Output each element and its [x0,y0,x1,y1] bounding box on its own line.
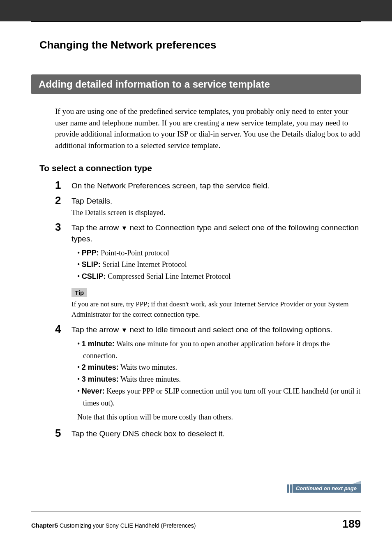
bullet-desc: Point-to-Point protocol [99,249,169,257]
footer-chapter: Chapter5 [31,522,58,529]
top-divider [31,21,361,22]
step-instruction: Tap the arrow ▼ next to Idle timeout and… [71,324,361,336]
list-item: 3 minutes: Waits three minutes. [77,373,361,385]
bullet-label: CSLIP: [82,272,106,280]
bullet-label: SLIP: [82,260,101,269]
footer: Chapter5 Customizing your Sony CLIE Hand… [31,512,361,531]
step-5: 5 Tap the Query DNS check box to deselec… [55,429,361,440]
step-3: 3 Tap the arrow ▼ next to Connection typ… [55,222,361,320]
page-number: 189 [342,518,361,531]
instruction-post: next to Idle timeout and select one of t… [127,325,332,334]
footer-subtitle: Customizing your Sony CLIE Handheld (Pre… [58,522,196,529]
continued-banner: Continued on next page [287,484,361,493]
banner-bars-icon [287,484,292,493]
list-item: PPP: Point-to-Point protocol [77,247,361,259]
step-1: 1 On the Network Preferences screen, tap… [55,181,361,192]
step-2: 2 Tap Details. The Details screen is dis… [55,196,361,219]
list-item: SLIP: Serial Line Internet Protocol [77,259,361,271]
bullet-desc: Keeps your PPP or SLIP connection until … [83,387,360,407]
header-bar [0,0,392,21]
step-instruction: On the Network Preferences screen, tap t… [71,181,361,192]
tip-label: Tip [71,288,87,297]
list-item: 1 minute: Waits one minute for you to op… [77,338,361,362]
bullet-desc: Waits two minutes. [119,363,177,371]
step-number: 3 [55,221,61,234]
bullet-label: PPP: [82,249,99,257]
step-number: 5 [55,427,61,440]
sub-heading: To select a connection type [31,163,361,173]
intro-paragraph: If you are using one of the predefined s… [31,106,361,151]
bullet-label: 3 minutes: [82,375,119,383]
footer-left: Chapter5 Customizing your Sony CLIE Hand… [31,522,196,529]
section-heading: Adding detailed information to a service… [31,74,361,94]
step-number: 1 [55,179,61,192]
step-note: Note that this option will be more costl… [77,412,361,423]
bullet-label: 1 minute: [82,340,115,348]
list-item: CSLIP: Compressed Serial Line Internet P… [77,271,361,283]
step-list: 1 On the Network Preferences screen, tap… [31,181,361,439]
instruction-pre: Tap the arrow [71,325,121,334]
step-detail: The Details screen is displayed. [71,207,361,218]
bullet-list: 1 minute: Waits one minute for you to op… [77,338,361,409]
step-instruction: Tap the Query DNS check box to deselect … [71,429,361,440]
bullet-label: Never: [82,387,105,395]
content: Changing the Network preferences Adding … [0,21,392,439]
banner-arrow-icon [352,481,361,484]
continued-label: Continued on next page [296,485,357,491]
step-instruction: Tap the arrow ▼ next to Connection type … [71,222,361,244]
step-number: 4 [55,323,61,336]
tip-text: If you are not sure, try PPP; if that do… [71,299,361,320]
arrow-down-icon: ▼ [121,225,127,232]
instruction-pre: Tap the arrow [71,223,121,232]
continued-text: Continued on next page [293,484,361,493]
list-item: 2 minutes: Waits two minutes. [77,361,361,373]
step-number: 2 [55,194,61,207]
bullet-desc: Compressed Serial Line Internet Protocol [106,272,231,280]
bullet-list: PPP: Point-to-Point protocol SLIP: Seria… [77,247,361,283]
step-4: 4 Tap the arrow ▼ next to Idle timeout a… [55,324,361,422]
bullet-desc: Serial Line Internet Protocol [101,260,187,269]
step-instruction: Tap Details. [71,196,361,207]
arrow-down-icon: ▼ [121,327,127,334]
bullet-desc: Waits one minute for you to open another… [83,340,330,360]
list-item: Never: Keeps your PPP or SLIP connection… [77,385,361,409]
page-title: Changing the Network preferences [31,30,361,51]
bullet-desc: Waits three minutes. [119,375,181,383]
bullet-label: 2 minutes: [82,363,119,371]
